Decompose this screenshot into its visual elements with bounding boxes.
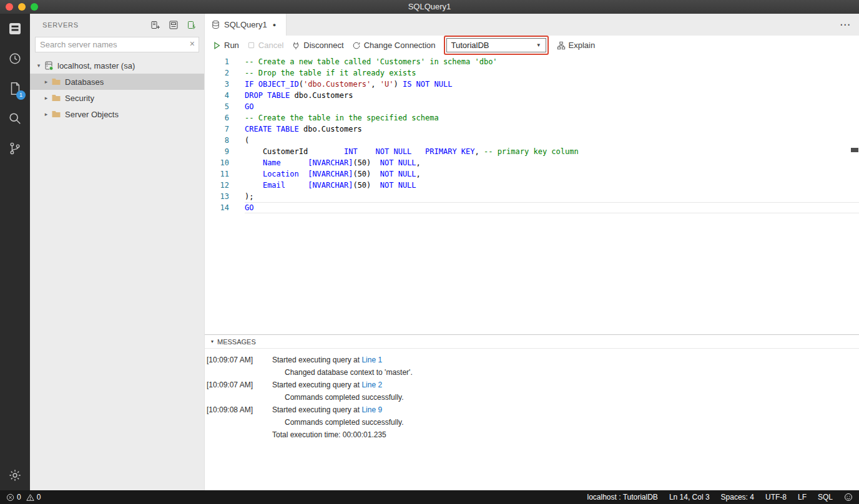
editor-tabbar: SQLQuery1 ● ⋯ [205,14,859,36]
line-number[interactable]: 10 [205,157,245,168]
code-token: ); [245,192,253,201]
status-connection[interactable]: localhost : TutorialDB [587,493,657,502]
status-encoding[interactable]: UTF-8 [765,493,787,502]
code-line[interactable]: GO [245,202,859,213]
tree-item-server[interactable]: ▾ localhost, master (sa) [30,57,204,74]
line-number[interactable]: 1 [205,56,245,67]
collapse-panel-icon[interactable]: ▾ [211,339,214,344]
code-line[interactable]: -- Drop the table if it already exists [245,67,859,79]
titlebar: SQLQuery1 [0,0,859,14]
cancel-button[interactable]: Cancel [247,41,283,50]
minimize-button[interactable] [18,3,26,11]
feedback-smiley-icon[interactable] [844,493,853,502]
code-line[interactable]: CREATE TABLE dbo.Customers [245,124,859,135]
code-token: 'U' [380,80,394,89]
code-line[interactable]: -- Create a new table called 'Customers'… [245,56,859,67]
tree-item-databases[interactable]: ▸ Databases [30,74,204,90]
tree-item-server-objects[interactable]: ▸ Server Objects [30,106,204,122]
line-number-gutter: 1234567891011121314 [205,56,245,334]
more-actions-icon[interactable]: ⋯ [840,14,859,36]
code-line[interactable]: Name [NVARCHAR](50) NOT NULL, [245,157,859,168]
line-link[interactable]: Line 1 [361,356,382,364]
line-number[interactable]: 7 [205,124,245,135]
message-timestamp [205,366,272,379]
code-line[interactable]: IF OBJECT_ID('dbo.Customers', 'U') IS NO… [245,79,859,90]
chevron-right-icon[interactable]: ▸ [41,79,51,85]
messages-header[interactable]: ▾ MESSAGES [205,335,859,349]
line-number[interactable]: 2 [205,67,245,79]
message-timestamp: [10:09:08 AM] [205,404,272,416]
code-token: OBJECT_ID [258,80,299,89]
run-button[interactable]: Run [212,41,239,50]
close-button[interactable] [6,3,13,11]
tab-label: SQLQuery1 [224,20,267,29]
sidebar-title: SERVERS [42,21,150,29]
source-control-icon[interactable] [0,133,30,163]
line-link[interactable]: Line 2 [361,380,382,389]
message-text: Total execution time: 00:00:01.235 [272,429,386,441]
code-line[interactable]: CustomerId INT NOT NULL PRIMARY KEY, -- … [245,146,859,157]
code-line[interactable]: DROP TABLE dbo.Customers [245,90,859,101]
status-indentation[interactable]: Spaces: 4 [721,493,754,502]
settings-gear-icon[interactable] [0,460,30,490]
code-line[interactable]: -- Create the table in the specified sch… [245,112,859,124]
code-line[interactable]: ); [245,191,859,202]
code-token: [NVARCHAR] [308,181,353,190]
line-number[interactable]: 13 [205,191,245,202]
chevron-right-icon[interactable]: ▸ [41,111,51,117]
line-number[interactable]: 9 [205,146,245,157]
search-input[interactable] [35,37,199,52]
problems-indicator[interactable]: 0 0 [6,493,41,502]
code-line[interactable]: Location [NVARCHAR](50) NOT NULL, [245,168,859,180]
message-text: Commands completed successfully. [272,391,404,404]
code-line[interactable]: ( [245,135,859,146]
clear-search-icon[interactable]: × [190,39,195,49]
code-line[interactable]: Email [NVARCHAR](50) NOT NULL [245,180,859,191]
tab-sqlquery1[interactable]: SQLQuery1 ● [205,14,287,36]
message-row: Changed database context to 'master'. [205,366,859,379]
chevron-down-icon[interactable]: ▾ [34,62,44,69]
line-number[interactable]: 4 [205,90,245,101]
folder-icon [51,93,61,103]
code-line[interactable]: GO [245,101,859,112]
message-row: [10:09:08 AM]Started executing query at … [205,404,859,416]
change-connection-label: Change Connection [364,41,436,50]
change-connection-button[interactable]: Change Connection [352,41,436,50]
line-number[interactable]: 3 [205,79,245,90]
error-icon [6,493,14,502]
task-history-icon[interactable] [0,44,30,74]
code-area[interactable]: -- Create a new table called 'Customers'… [245,56,859,334]
code-token [411,147,425,156]
disconnect-button[interactable]: Disconnect [292,41,343,50]
chevron-right-icon[interactable]: ▸ [41,95,51,101]
message-row: [10:09:07 AM]Started executing query at … [205,354,859,366]
status-cursor-position[interactable]: Ln 14, Col 3 [669,493,710,502]
zoom-button[interactable] [31,3,38,11]
line-number[interactable]: 11 [205,168,245,180]
message-timestamp: [10:09:07 AM] [205,354,272,366]
status-language[interactable]: SQL [818,493,833,502]
notebooks-icon[interactable]: 1 [0,74,30,104]
line-link[interactable]: Line 9 [361,405,382,414]
explain-button[interactable]: Explain [557,41,596,50]
editor-group: SQLQuery1 ● ⋯ Run Cancel [205,14,859,490]
active-connections-icon[interactable] [187,20,197,30]
message-timestamp [205,429,272,441]
code-token: -- Create the table in the specified sch… [245,114,439,122]
line-number[interactable]: 5 [205,101,245,112]
new-connection-icon[interactable] [150,20,160,30]
status-eol[interactable]: LF [798,493,807,502]
line-number[interactable]: 12 [205,180,245,191]
database-dropdown[interactable]: TutorialDB ▼ [446,38,546,52]
code-token: ) [393,80,402,89]
line-number[interactable]: 6 [205,112,245,124]
line-number[interactable]: 8 [205,135,245,146]
code-token: Location [263,170,299,178]
code-editor[interactable]: 1234567891011121314 -- Create a new tabl… [205,55,859,334]
tree-item-security[interactable]: ▸ Security [30,90,204,106]
new-server-group-icon[interactable] [169,20,179,30]
connections-icon[interactable] [0,14,30,44]
query-toolbar: Run Cancel Disconnect [205,36,859,55]
line-number[interactable]: 14 [205,202,245,213]
search-icon[interactable] [0,104,30,133]
